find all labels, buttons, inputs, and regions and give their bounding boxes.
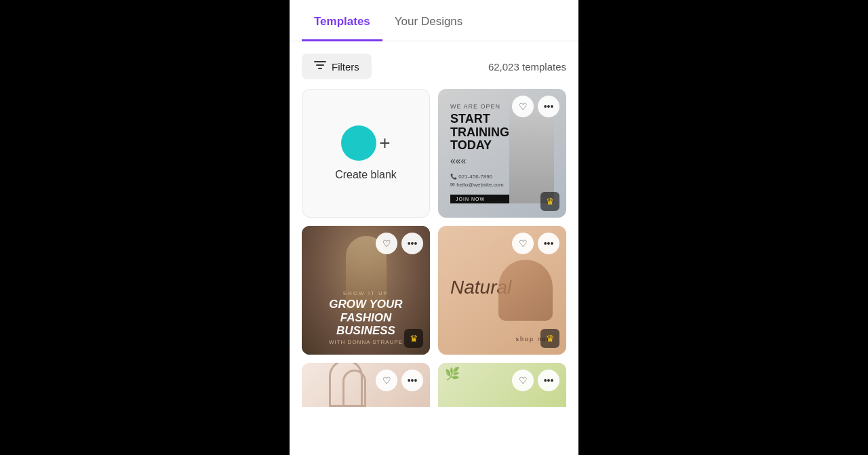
filters-bar: Filters 62,023 templates <box>290 41 578 89</box>
natural-card-actions: ♡ ••• <box>512 233 559 254</box>
more-icon: ••• <box>408 375 418 386</box>
fitness-text: WE ARE OPEN START TRAINING TODAY ««« 📞 0… <box>450 103 509 203</box>
tab-your-designs[interactable]: Your Designs <box>382 0 475 41</box>
natural-favorite-button[interactable]: ♡ <box>512 233 534 254</box>
fitness-favorite-button[interactable]: ♡ <box>512 96 534 117</box>
left-background <box>0 0 290 455</box>
teal-circle-icon <box>341 125 376 161</box>
template-card-fashion[interactable]: SHOW IT UP GROW YOUR FASHION BUSINESS WI… <box>302 226 430 355</box>
heart-icon: ♡ <box>382 238 391 249</box>
arch-shape-2 <box>342 370 366 407</box>
right-background <box>578 0 868 455</box>
plus-icon: + <box>379 134 390 153</box>
template-card-bloom[interactable]: 🌿 BLOOM ♡ ••• <box>438 363 566 455</box>
crown-icon: ♛ <box>546 196 555 207</box>
create-blank-card[interactable]: + Create blank <box>302 89 430 218</box>
more-icon: ••• <box>544 101 554 112</box>
more-icon: ••• <box>544 238 554 249</box>
fitness-title: START TRAINING TODAY <box>450 113 509 153</box>
template-card-fitness[interactable]: WE ARE OPEN START TRAINING TODAY ««« 📞 0… <box>438 89 566 218</box>
tab-templates[interactable]: Templates <box>302 0 382 41</box>
template-count: 62,023 templates <box>488 61 566 73</box>
arch-more-button[interactable]: ••• <box>401 370 423 391</box>
filter-icon <box>314 60 326 73</box>
svg-rect-1 <box>316 64 324 66</box>
bloom-favorite-button[interactable]: ♡ <box>512 370 534 391</box>
tabs-bar: Templates Your Designs <box>290 0 578 41</box>
bloom-card-actions: ♡ ••• <box>512 370 559 391</box>
more-icon: ••• <box>408 238 418 249</box>
svg-rect-0 <box>314 61 326 62</box>
create-blank-label: Create blank <box>335 169 397 181</box>
arch-favorite-button[interactable]: ♡ <box>376 370 397 391</box>
fitness-person-side <box>509 103 554 203</box>
more-icon: ••• <box>544 375 554 386</box>
heart-icon: ♡ <box>382 375 391 386</box>
bloom-more-button[interactable]: ••• <box>538 370 559 391</box>
template-card-natural[interactable]: Natural shop now ♡ ••• ♛ <box>438 226 566 355</box>
fitness-more-button[interactable]: ••• <box>538 96 559 117</box>
natural-crown-badge: ♛ <box>540 329 559 348</box>
fitness-card-actions: ♡ ••• <box>512 96 559 117</box>
fashion-favorite-button[interactable]: ♡ <box>376 233 397 254</box>
leaf-decoration: 🌿 <box>445 366 460 381</box>
filters-button[interactable]: Filters <box>302 54 372 79</box>
natural-more-button[interactable]: ••• <box>538 233 559 254</box>
fitness-tag: WE ARE OPEN <box>450 103 509 110</box>
heart-icon: ♡ <box>519 238 528 249</box>
arch-card-actions: ♡ ••• <box>376 370 423 391</box>
fitness-person-image <box>509 103 554 203</box>
fashion-with-text: WITH DONNA STRAUPE <box>311 339 420 345</box>
fashion-more-button[interactable]: ••• <box>401 233 423 254</box>
create-blank-icon-wrap: + <box>341 125 390 161</box>
fitness-contact: 📞 021-456-7890✉ hello@website.com <box>450 173 509 189</box>
templates-grid: + Create blank WE ARE OPEN START TRAININ… <box>290 89 578 455</box>
filters-label: Filters <box>332 61 359 73</box>
heart-icon: ♡ <box>519 101 528 112</box>
main-panel: Templates Your Designs Filters 62,023 te… <box>290 0 578 455</box>
fitness-cta: JOIN NOW <box>450 195 509 203</box>
template-card-arch[interactable]: ♡ ••• <box>302 363 430 455</box>
fitness-arrows: ««« <box>450 155 509 166</box>
fitness-crown-badge: ♛ <box>540 192 559 211</box>
crown-icon: ♛ <box>546 333 555 344</box>
fashion-card-actions: ♡ ••• <box>376 233 423 254</box>
svg-rect-2 <box>318 68 322 69</box>
heart-icon: ♡ <box>519 375 528 386</box>
fashion-text: SHOW IT UP GROW YOUR FASHION BUSINESS WI… <box>311 290 420 345</box>
fashion-subtitle: SHOW IT UP <box>311 290 420 296</box>
fashion-title: GROW YOUR FASHION BUSINESS <box>311 298 420 338</box>
natural-product-image <box>498 260 553 321</box>
